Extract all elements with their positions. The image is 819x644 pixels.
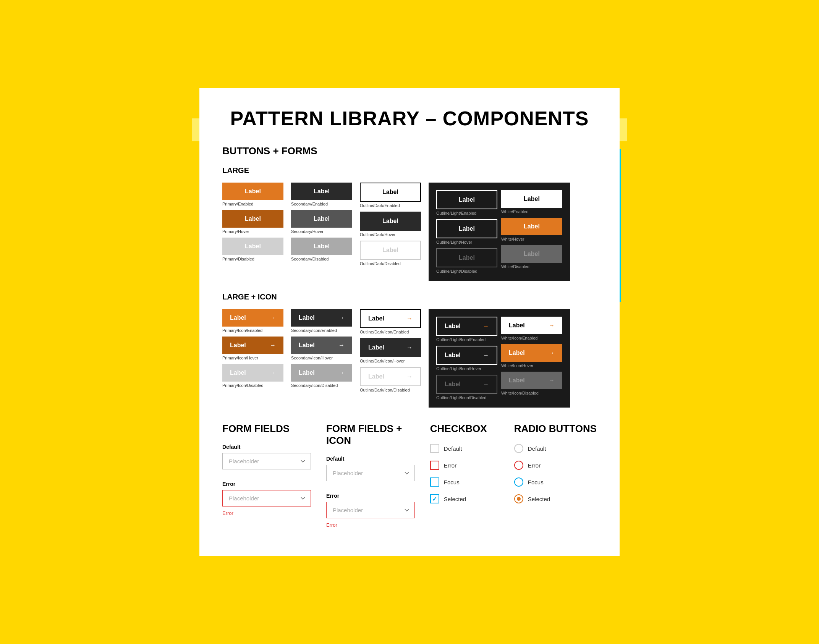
checkbox-selected-label: Selected [444, 496, 466, 502]
form-default-label: Default [222, 444, 311, 450]
form-fields-col: FORM FIELDS Default Placeholder Error Pl… [222, 423, 311, 537]
primary-hover-button[interactable]: Label [222, 210, 283, 228]
outline-light-icon-hover-button[interactable]: Label → [436, 346, 497, 365]
outline-light-enabled-button[interactable]: Label [436, 190, 497, 209]
white-icon-disabled-button: Label → [501, 372, 562, 389]
form-error-text: Error [222, 510, 311, 516]
form-fields-heading: FORM FIELDS [222, 423, 311, 435]
primary-hover-label: Primary/Hover [222, 229, 283, 234]
white-icon-enabled-button[interactable]: Label → [501, 317, 562, 334]
form-icon-error-text: Error [326, 522, 415, 528]
primary-icon-enabled-arrow: → [270, 314, 276, 321]
secondary-icon-hover-button[interactable]: Label → [291, 337, 352, 354]
form-icon-default-group: Default Placeholder [326, 456, 415, 484]
radio-selected-item: Selected [514, 494, 597, 503]
secondary-hover-button[interactable]: Label [291, 210, 352, 228]
outline-light-hover-button[interactable]: Label [436, 219, 497, 238]
outline-dark-hover-button[interactable]: Label [360, 212, 421, 231]
outline-dark-button-col: Label Outline/Dark/Enabled Label Outline… [360, 183, 421, 266]
secondary-disabled-label: Secondary/Disabled [291, 257, 352, 261]
outline-dark-icon-hover-label: Outline/Dark/Icon/Hover [360, 359, 421, 363]
white-icon-disabled-label: White/Icon/Disabled [501, 391, 562, 395]
outline-light-hover-label: Outline/Light/Hover [436, 240, 497, 244]
secondary-icon-enabled-button[interactable]: Label → [291, 309, 352, 327]
side-tab-right [620, 118, 627, 141]
outline-light-icon-enabled-label: Outline/Light/Icon/Enabled [436, 337, 497, 342]
form-icon-error-select[interactable]: Placeholder [326, 502, 415, 518]
primary-icon-disabled-button: Label → [222, 364, 283, 382]
form-default-select[interactable]: Placeholder [222, 453, 311, 469]
page-container: PATTERN LIBRARY – COMPONENTS BUTTONS + F… [199, 88, 620, 556]
primary-icon-hover-label: Primary/Icon/Hover [222, 356, 283, 360]
outline-dark-enabled-label: Outline/Dark/Enabled [360, 203, 421, 208]
primary-icon-enabled-button[interactable]: Label → [222, 309, 283, 327]
form-error-select[interactable]: Placeholder [222, 490, 311, 506]
checkbox-col: CHECKBOX Default Error Focus ✓ Selected [430, 423, 499, 537]
checkbox-default-box[interactable] [430, 444, 439, 453]
checkbox-focus-label: Focus [444, 479, 460, 485]
form-icon-default-label: Default [326, 456, 415, 462]
outline-dark-icon-enabled-arrow: → [406, 315, 413, 322]
checkbox-default-label: Default [444, 445, 462, 452]
white-icon-disabled-arrow: → [549, 377, 555, 384]
secondary-icon-disabled-button: Label → [291, 364, 352, 382]
radio-selected-circle[interactable] [514, 494, 523, 503]
form-error-label: Error [222, 481, 311, 487]
outline-dark-icon-enabled-button[interactable]: Label → [360, 309, 421, 328]
radio-default-circle[interactable] [514, 444, 523, 453]
secondary-icon-hover-label: Secondary/Icon/Hover [291, 356, 352, 360]
checkbox-focus-box[interactable] [430, 477, 439, 487]
dark-pair: Label Outline/Light/Enabled Label Outlin… [436, 190, 562, 273]
checkbox-error-box[interactable] [430, 461, 439, 470]
secondary-hover-label: Secondary/Hover [291, 229, 352, 234]
outline-dark-disabled-label: Outline/Dark/Disabled [360, 261, 421, 266]
outline-light-icon-enabled-button[interactable]: Label → [436, 317, 497, 336]
radio-error-item: Error [514, 461, 597, 470]
secondary-enabled-button[interactable]: Label [291, 183, 352, 200]
bottom-section: FORM FIELDS Default Placeholder Error Pl… [222, 423, 597, 537]
outline-dark-disabled-button: Label [360, 241, 421, 260]
white-icon-hover-label: White/Icon/Hover [501, 363, 562, 368]
white-disabled-button: Label [501, 245, 562, 263]
white-icon-enabled-label: White/Icon/Enabled [501, 336, 562, 340]
outline-dark-icon-disabled-arrow: → [406, 373, 413, 380]
radio-selected-label: Selected [528, 496, 550, 502]
radio-focus-item: Focus [514, 477, 597, 487]
secondary-enabled-label: Secondary/Enabled [291, 202, 352, 206]
white-enabled-button[interactable]: Label [501, 190, 562, 208]
radio-heading: RADIO BUTTONS [514, 423, 597, 435]
outline-dark-icon-hover-arrow: → [406, 344, 413, 351]
checkbox-error-label: Error [444, 462, 456, 469]
form-fields-icon-heading: FORM FIELDS + ICON [326, 423, 415, 447]
white-icon-col: Label → White/Icon/Enabled Label → White… [501, 317, 562, 400]
white-hover-button[interactable]: Label [501, 218, 562, 235]
radio-focus-circle[interactable] [514, 477, 523, 487]
primary-enabled-button[interactable]: Label [222, 183, 283, 200]
page-title: PATTERN LIBRARY – COMPONENTS [222, 107, 597, 130]
large-buttons-group: Label Primary/Enabled Label Primary/Hove… [222, 183, 597, 281]
form-icon-default-select[interactable]: Placeholder [326, 465, 415, 481]
primary-icon-hover-arrow: → [270, 342, 276, 349]
outline-dark-icon-hover-button[interactable]: Label → [360, 338, 421, 357]
primary-icon-disabled-arrow: → [270, 369, 276, 376]
white-icon-hover-button[interactable]: Label → [501, 344, 562, 362]
radio-error-circle[interactable] [514, 461, 523, 470]
primary-button-col: Label Primary/Enabled Label Primary/Hove… [222, 183, 283, 261]
primary-icon-hover-button[interactable]: Label → [222, 337, 283, 354]
radio-default-label: Default [528, 445, 546, 452]
dark-icon-section: Label → Outline/Light/Icon/Enabled Label… [429, 309, 570, 408]
radio-col: RADIO BUTTONS Default Error Focus Select… [514, 423, 597, 537]
primary-disabled-wrapper: Label Primary/Disabled [222, 238, 283, 261]
outline-dark-icon-enabled-label: Outline/Dark/Icon/Enabled [360, 330, 421, 334]
radio-selected-dot [517, 497, 521, 501]
form-default-group: Default Placeholder [222, 444, 311, 472]
secondary-disabled-button: Label [291, 238, 352, 255]
checkbox-selected-box[interactable]: ✓ [430, 494, 439, 503]
secondary-icon-col: Label → Secondary/Icon/Enabled Label → S… [291, 309, 352, 388]
dark-background-section: Label Outline/Light/Enabled Label Outlin… [429, 183, 570, 281]
secondary-button-col: Label Secondary/Enabled Label Secondary/… [291, 183, 352, 261]
side-tab-left [192, 118, 199, 141]
white-icon-enabled-arrow: → [549, 322, 555, 329]
outline-dark-enabled-button[interactable]: Label [360, 183, 421, 202]
checkbox-focus-item: Focus [430, 477, 499, 487]
